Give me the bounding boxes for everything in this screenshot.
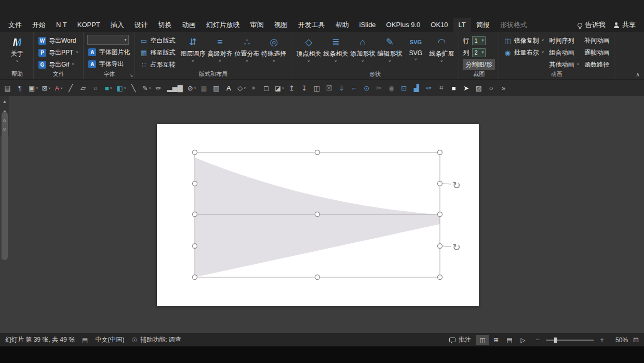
line-extend-button[interactable]: ◠ 线条扩展 ˅: [428, 35, 455, 63]
export-ppt-button[interactable]: P 导出PPT ˅: [37, 47, 79, 58]
scroll-up-icon[interactable]: ▲: [0, 98, 9, 105]
eyedropper-icon[interactable]: ╱: [65, 81, 77, 95]
batch-bool-button[interactable]: ◉ 批量布尔 ˅: [503, 47, 545, 58]
fill-color-icon[interactable]: ■˅: [102, 81, 114, 95]
rotate-handle-icon[interactable]: ↻: [452, 179, 461, 191]
selection-handle[interactable]: [193, 150, 197, 155]
slide-canvas[interactable]: ↻ ↻ ▲: [0, 96, 644, 333]
stamp-icon[interactable]: ▦: [198, 81, 210, 95]
zoom-in-button[interactable]: +: [599, 336, 605, 344]
shape-swap-button[interactable]: ∷ 占形互转: [139, 59, 176, 70]
bool-icon[interactable]: ◉: [386, 81, 398, 95]
font-combo[interactable]: ▾: [87, 35, 129, 45]
duplicate-icon[interactable]: ◻: [261, 81, 273, 95]
oval-icon[interactable]: ○: [90, 81, 102, 95]
tab-ok10[interactable]: OK10: [425, 18, 453, 32]
pencil-icon[interactable]: ✏: [153, 81, 165, 95]
vertical-scrollbar[interactable]: ▲ ▼ « »: [0, 96, 9, 136]
combo-anim-button[interactable]: 组合动画: [548, 47, 580, 58]
slideshow-view-icon[interactable]: ▷: [517, 335, 529, 345]
move-to-layout-button[interactable]: ▦ 移至版式: [139, 47, 176, 58]
magic-select-icon[interactable]: ✶: [248, 81, 260, 95]
ellipse-icon[interactable]: ○: [486, 81, 498, 95]
tell-me-button[interactable]: 告诉我: [578, 20, 606, 30]
share-button[interactable]: 共享: [614, 20, 636, 30]
tab-file[interactable]: 文件: [3, 18, 27, 32]
tab-review[interactable]: 审阅: [245, 18, 269, 32]
next-slide-icon[interactable]: »: [1, 125, 8, 134]
ruler-icon[interactable]: ▥: [211, 81, 223, 95]
tab-slideshow[interactable]: 幻灯片放映: [201, 18, 245, 32]
select-arrow-icon[interactable]: ➤: [461, 81, 473, 95]
grid-view-icon[interactable]: ⊞: [490, 335, 502, 345]
layer-order-button[interactable]: ⇵ 图层调序 ˅: [179, 35, 206, 63]
selection-handle[interactable]: [193, 212, 197, 217]
vertex-button[interactable]: ◇ 顶点相关 ˅: [295, 35, 322, 63]
spacing-icon[interactable]: ¶: [15, 81, 26, 95]
tab-design[interactable]: 设计: [129, 18, 153, 32]
more-tools-icon[interactable]: »: [498, 81, 510, 95]
slide-number-status[interactable]: 幻灯片 第 39 张, 共 49 张: [5, 335, 75, 344]
shadow-icon[interactable]: ◪˅: [273, 81, 286, 95]
cols-spinner[interactable]: 2 ▾: [472, 48, 486, 57]
rows-spinner[interactable]: 1 ▾: [472, 36, 486, 45]
split-shape-button[interactable]: 分割图/形: [463, 59, 494, 70]
selection-handle[interactable]: [193, 275, 197, 280]
cut-icon[interactable]: ✂: [373, 81, 385, 95]
sorter-view-icon[interactable]: ▤: [503, 335, 516, 345]
bring-front-icon[interactable]: ↥: [286, 81, 298, 95]
tab-developer[interactable]: 开发工具: [293, 18, 330, 32]
chart-col-icon[interactable]: ▟: [411, 81, 423, 95]
tab-lt[interactable]: LT: [453, 18, 471, 32]
export-image-icon[interactable]: ⇓: [336, 81, 348, 95]
selection-handle[interactable]: [438, 150, 442, 155]
edit-shape-button[interactable]: ✎ 编辑形状 ˅: [376, 35, 403, 63]
font-export-button[interactable]: A 字体导出: [87, 58, 131, 70]
frame-anim-button[interactable]: 逐帧动画: [583, 47, 610, 58]
clear-format-icon[interactable]: ⊠˅: [40, 81, 52, 95]
text-tool-icon[interactable]: A: [223, 81, 235, 95]
selection-handle[interactable]: [438, 212, 442, 217]
print-icon[interactable]: ▤: [2, 81, 14, 95]
shape-edit-icon[interactable]: ◇˅: [236, 81, 248, 95]
tab-okplus[interactable]: OKPlus 9.0: [381, 18, 426, 32]
selection-handle[interactable]: [193, 182, 197, 186]
gradient-fill-icon[interactable]: ◧˅: [115, 81, 127, 95]
tab-islide[interactable]: iSlide: [354, 18, 381, 32]
special-select-button[interactable]: ◎ 特殊选择 ˅: [260, 35, 287, 63]
selected-shape[interactable]: [195, 158, 440, 277]
about-button[interactable]: M 关于 ˅: [5, 35, 30, 63]
mirror-copy-button[interactable]: ◫ 镜像复制 ˅: [503, 35, 545, 46]
func-path-button[interactable]: 函数路径: [583, 59, 610, 70]
crop-frame-icon[interactable]: ⌗: [436, 81, 448, 95]
selection-handle[interactable]: [315, 150, 320, 155]
tab-view[interactable]: 视图: [269, 18, 293, 32]
pin-icon[interactable]: ⊙: [361, 81, 373, 95]
crop-corner-icon[interactable]: ⌐: [348, 81, 360, 95]
time-series-button[interactable]: 时间序列: [548, 35, 580, 46]
tab-koppt[interactable]: KOPPT: [72, 18, 105, 32]
line-related-button[interactable]: ≣ 线条相关 ˅: [322, 35, 349, 63]
tab-home[interactable]: 开始: [27, 18, 51, 32]
comments-button[interactable]: 批注: [449, 335, 471, 344]
selection-handle[interactable]: [438, 244, 442, 249]
tab-help[interactable]: 帮助: [330, 18, 354, 32]
fill-white-icon[interactable]: ■: [448, 81, 460, 95]
blank-layout-button[interactable]: ▭ 空白版式: [139, 35, 176, 46]
other-anim-button[interactable]: 其他动画 ˅: [548, 59, 580, 70]
position-distribute-button[interactable]: ∴ 位置分布 ˅: [233, 35, 260, 63]
tab-animation[interactable]: 动画: [177, 18, 201, 32]
picture-icon[interactable]: ▨: [473, 81, 485, 95]
proofing-icon[interactable]: ▤: [82, 336, 88, 344]
highlighter-icon[interactable]: ▱: [77, 81, 89, 95]
font-color-icon[interactable]: A˅: [52, 81, 64, 95]
slide[interactable]: ↻ ↻: [157, 124, 479, 306]
accessibility-status[interactable]: ☉ 辅助功能: 调查: [131, 335, 181, 344]
crop-image-icon[interactable]: ⊡: [398, 81, 410, 95]
no-fill-icon[interactable]: ⊘˅: [186, 81, 198, 95]
export-word-button[interactable]: W 导出Word: [37, 35, 79, 46]
tab-transition[interactable]: 切换: [153, 18, 177, 32]
zoom-level[interactable]: 50%: [610, 336, 628, 344]
svg-button[interactable]: SVG SVG ˅: [403, 35, 428, 63]
recolor-icon[interactable]: ✑: [423, 81, 435, 95]
